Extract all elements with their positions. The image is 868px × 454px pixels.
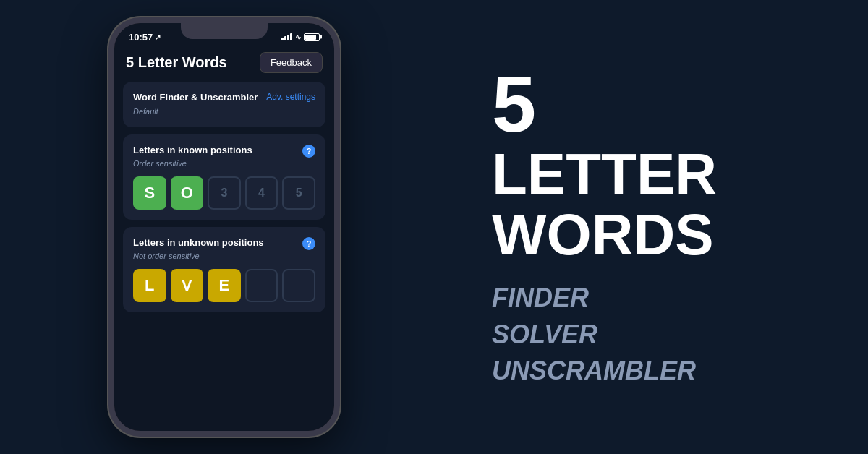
letter-box-u4[interactable]	[245, 269, 278, 302]
adv-settings-link[interactable]: Adv. settings	[266, 92, 315, 102]
known-positions-subtitle: Order sensitive	[133, 159, 315, 168]
phone-section: 10:57 ↗ ∿ 5 Le	[0, 0, 448, 454]
word-finder-header: Word Finder & Unscrambler Adv. settings	[133, 92, 315, 103]
signal-bars-icon	[281, 33, 292, 40]
letter-box-o[interactable]: O	[171, 176, 204, 210]
wifi-icon: ∿	[295, 33, 301, 41]
status-icons: ∿	[281, 33, 320, 41]
letter-box-e[interactable]: E	[208, 269, 241, 302]
app-content: Word Finder & Unscrambler Adv. settings …	[114, 82, 334, 431]
subtitle-line-2: SOLVER	[492, 317, 825, 353]
known-positions-title: Letters in known positions	[133, 145, 252, 155]
word-finder-title: Word Finder & Unscrambler	[133, 92, 258, 103]
known-positions-header: Letters in known positions ?	[133, 145, 315, 158]
known-positions-boxes: S O 3 4 5	[133, 176, 315, 210]
battery-icon	[304, 33, 320, 41]
phone-screen: 10:57 ↗ ∿ 5 Le	[114, 23, 334, 431]
letter-box-u5[interactable]	[282, 269, 315, 302]
letter-box-5[interactable]: 5	[282, 176, 315, 210]
phone-frame: 10:57 ↗ ∿ 5 Le	[109, 17, 340, 437]
letter-box-3[interactable]: 3	[208, 176, 241, 210]
location-icon: ↗	[155, 33, 161, 41]
app-title: 5 Letter Words	[126, 54, 227, 71]
unknown-positions-subtitle: Not order sensitive	[133, 252, 315, 260]
known-positions-card: Letters in known positions ? Order sensi…	[123, 134, 326, 220]
hero-number: 5	[492, 64, 825, 144]
subtitle-line-3: UNSCRAMBLER	[492, 353, 825, 389]
letter-box-v[interactable]: V	[171, 269, 204, 302]
app-header: 5 Letter Words Feedback	[114, 45, 334, 82]
hero-word2: WORDS	[492, 205, 825, 265]
letter-box-4[interactable]: 4	[245, 176, 278, 210]
letter-box-s[interactable]: S	[133, 176, 166, 210]
feedback-button[interactable]: Feedback	[260, 52, 323, 73]
word-finder-subtitle: Default	[133, 107, 158, 116]
phone-notch	[181, 23, 268, 39]
status-time: 10:57 ↗	[129, 32, 161, 43]
subtitle-line-1: FINDER	[492, 280, 825, 316]
unknown-positions-help-icon[interactable]: ?	[302, 237, 315, 250]
hero-section: 5 LETTER WORDS FINDER SOLVER UNSCRAMBLER	[448, 0, 868, 454]
hero-subtitle: FINDER SOLVER UNSCRAMBLER	[492, 280, 825, 389]
known-positions-help-icon[interactable]: ?	[302, 145, 315, 158]
unknown-positions-title: Letters in unknown positions	[133, 237, 264, 248]
hero-word1: LETTER	[492, 144, 825, 205]
letter-box-l[interactable]: L	[133, 269, 166, 302]
unknown-positions-card: Letters in unknown positions ? Not order…	[123, 227, 326, 312]
word-finder-card: Word Finder & Unscrambler Adv. settings …	[123, 82, 326, 127]
unknown-positions-boxes: L V E	[133, 269, 315, 302]
unknown-positions-header: Letters in unknown positions ?	[133, 237, 315, 250]
